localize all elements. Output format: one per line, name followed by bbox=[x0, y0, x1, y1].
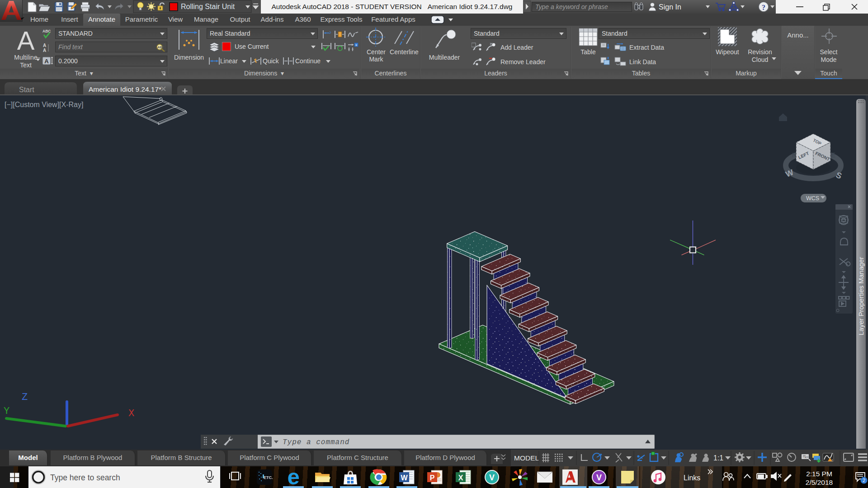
svg-text:ETC.: ETC. bbox=[264, 475, 273, 480]
svg-text:MODEL: MODEL bbox=[514, 454, 539, 462]
svg-text:Type a command: Type a command bbox=[283, 438, 349, 446]
svg-text:Y: Y bbox=[4, 406, 9, 417]
svg-text:Links: Links bbox=[684, 474, 700, 482]
svg-text:?: ? bbox=[762, 4, 765, 11]
svg-text:2:15 PM: 2:15 PM bbox=[806, 470, 832, 478]
svg-text:Type here to search: Type here to search bbox=[50, 473, 120, 482]
svg-text:e: e bbox=[287, 466, 299, 488]
svg-text:A: A bbox=[44, 58, 49, 65]
svg-text:!: ! bbox=[832, 459, 833, 462]
svg-text:Z: Z bbox=[22, 392, 28, 403]
svg-text:x: x bbox=[355, 43, 357, 47]
svg-text:[−][Custom View][X-Ray]: [−][Custom View][X-Ray] bbox=[5, 101, 83, 108]
svg-text:WCS: WCS bbox=[806, 195, 819, 202]
svg-text:Sign In: Sign In bbox=[659, 3, 681, 11]
svg-text:X: X bbox=[128, 408, 134, 419]
svg-text:x=: x= bbox=[805, 455, 809, 459]
svg-text:W: W bbox=[401, 474, 408, 482]
svg-text:A: A bbox=[17, 27, 35, 54]
svg-text:1:1: 1:1 bbox=[713, 454, 723, 462]
svg-text:Start: Start bbox=[19, 86, 34, 94]
svg-text:2/5/2018: 2/5/2018 bbox=[806, 479, 833, 486]
svg-text:2: 2 bbox=[863, 478, 865, 483]
svg-text:Layer Properties Manager: Layer Properties Manager bbox=[857, 257, 865, 335]
svg-text:American Idiot 9.24.17*: American Idiot 9.24.17* bbox=[89, 85, 161, 93]
svg-text:X: X bbox=[458, 474, 463, 482]
svg-text:ABC: ABC bbox=[157, 46, 165, 49]
svg-text:Rolling Stair Unit: Rolling Stair Unit bbox=[181, 3, 235, 10]
svg-text:A: A bbox=[43, 43, 46, 48]
svg-text:V: V bbox=[596, 473, 602, 482]
svg-text:A: A bbox=[43, 48, 46, 53]
svg-text:V: V bbox=[489, 473, 495, 482]
svg-text:P: P bbox=[430, 474, 435, 482]
svg-text:E: E bbox=[831, 151, 835, 159]
